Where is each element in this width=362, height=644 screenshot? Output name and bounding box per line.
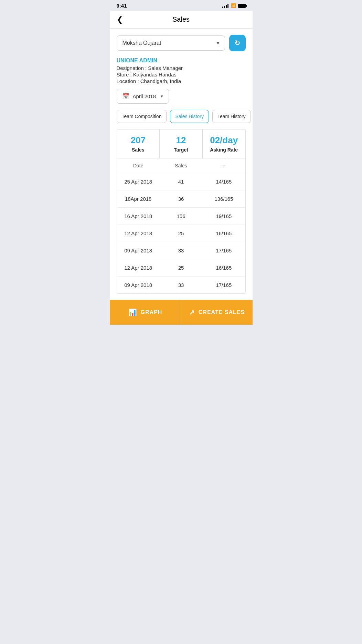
refresh-icon: ↻ (234, 39, 240, 47)
table-cell-sales: 33 (160, 277, 202, 293)
table-cell-sales: 33 (160, 242, 202, 259)
stat-target-label: Target (162, 147, 200, 153)
stats-section: 207 Sales 12 Target 02/day Asking Rate D… (117, 129, 246, 294)
table-cell-date: 25 Apr 2018 (117, 173, 160, 190)
calendar-icon: 📅 (123, 93, 129, 100)
create-sales-button[interactable]: ↗ CREATE SALES (181, 300, 253, 325)
table-cell-sales: 156 (160, 208, 202, 225)
back-button[interactable]: ❮ (117, 15, 123, 24)
table-cell-extra: 17/165 (202, 277, 245, 293)
table-cell-extra: 19/165 (202, 208, 245, 225)
table-cell-date: 09 Apr 2018 (117, 277, 160, 293)
table-row: 16 Apr 201815619/165 (117, 208, 245, 225)
stat-asking-rate-label: Asking Rate (205, 147, 243, 153)
graph-label: GRAPH (141, 309, 162, 315)
status-bar: 9:41 📶 (110, 0, 253, 11)
signal-icon (222, 4, 228, 8)
main-content: Moksha Gujarat ▾ ↻ UNIONE ADMIN Designat… (110, 29, 253, 300)
tab-team-composition[interactable]: Team Composition (117, 110, 167, 123)
table-header-sales: Sales (160, 158, 202, 173)
table-cell-sales: 36 (160, 190, 202, 207)
user-store: Store : Kalyandas Haridas (117, 72, 246, 77)
table-cell-extra: 16/165 (202, 225, 245, 242)
date-picker-row: 📅 April 2018 ▾ (117, 89, 246, 104)
graph-button[interactable]: 📊 GRAPH (110, 300, 181, 325)
table-body: 25 Apr 20184114/16518Apr 201836136/16516… (117, 173, 245, 293)
table-header-extra: -- (202, 158, 245, 173)
table-row: 09 Apr 20183317/165 (117, 277, 245, 293)
table-cell-date: 09 Apr 2018 (117, 242, 160, 259)
table-header-row: Date Sales -- (117, 158, 245, 173)
tab-team-history[interactable]: Team History (212, 110, 251, 123)
chevron-down-icon: ▾ (161, 94, 163, 99)
refresh-button[interactable]: ↻ (229, 35, 246, 51)
stat-target: 12 Target (160, 129, 202, 158)
phone-container: 9:41 📶 ❮ Sales Moksha Gujarat ▾ (110, 0, 253, 325)
stat-sales: 207 Sales (117, 129, 160, 158)
table-cell-extra: 136/165 (202, 190, 245, 207)
stat-target-value: 12 (162, 135, 200, 146)
status-icons: 📶 (222, 3, 246, 8)
table-row: 12 Apr 20182516/165 (117, 259, 245, 277)
dropdown-value: Moksha Gujarat (123, 40, 161, 46)
table-row: 25 Apr 20184114/165 (117, 173, 245, 190)
stat-sales-value: 207 (120, 135, 157, 146)
user-name: UNIONE ADMIN (117, 58, 246, 64)
user-designation: Designation : Sales Manager (117, 65, 246, 71)
region-dropdown[interactable]: Moksha Gujarat ▾ (117, 35, 225, 51)
bottom-bar: 📊 GRAPH ↗ CREATE SALES (110, 300, 253, 325)
date-label: April 2018 (133, 93, 156, 99)
stat-asking-rate-value: 02/day (205, 135, 243, 146)
table-row: 09 Apr 20183317/165 (117, 242, 245, 259)
date-picker-button[interactable]: 📅 April 2018 ▾ (117, 89, 169, 104)
table-cell-sales: 41 (160, 173, 202, 190)
stats-row: 207 Sales 12 Target 02/day Asking Rate (117, 129, 245, 158)
table-header-date: Date (117, 158, 160, 173)
tab-sales-history[interactable]: Sales History (170, 110, 209, 123)
chevron-down-icon: ▾ (217, 40, 219, 46)
table-cell-extra: 16/165 (202, 259, 245, 276)
table-cell-extra: 14/165 (202, 173, 245, 190)
user-info: UNIONE ADMIN Designation : Sales Manager… (117, 58, 246, 84)
table-cell-date: 12 Apr 2018 (117, 225, 160, 242)
table-cell-extra: 17/165 (202, 242, 245, 259)
table-row: 18Apr 201836136/165 (117, 190, 245, 208)
table-cell-date: 18Apr 2018 (117, 190, 160, 207)
create-sales-label: CREATE SALES (199, 309, 245, 315)
user-location: Location : Chandigarh, India (117, 78, 246, 84)
table-cell-date: 16 Apr 2018 (117, 208, 160, 225)
battery-icon (238, 4, 246, 8)
stat-asking-rate: 02/day Asking Rate (203, 129, 245, 158)
create-sales-icon: ↗ (189, 308, 195, 316)
tab-row: Team Composition Sales History Team Hist… (117, 110, 246, 123)
table-cell-sales: 25 (160, 259, 202, 276)
status-time: 9:41 (117, 3, 127, 9)
table-cell-date: 12 Apr 2018 (117, 259, 160, 276)
stat-sales-label: Sales (120, 147, 157, 153)
table-cell-sales: 25 (160, 225, 202, 242)
page-title: Sales (172, 15, 190, 23)
table-row: 12 Apr 20182516/165 (117, 225, 245, 242)
wifi-icon: 📶 (231, 3, 236, 8)
graph-icon: 📊 (128, 308, 137, 316)
dropdown-row: Moksha Gujarat ▾ ↻ (117, 35, 246, 51)
header: ❮ Sales (110, 11, 253, 29)
